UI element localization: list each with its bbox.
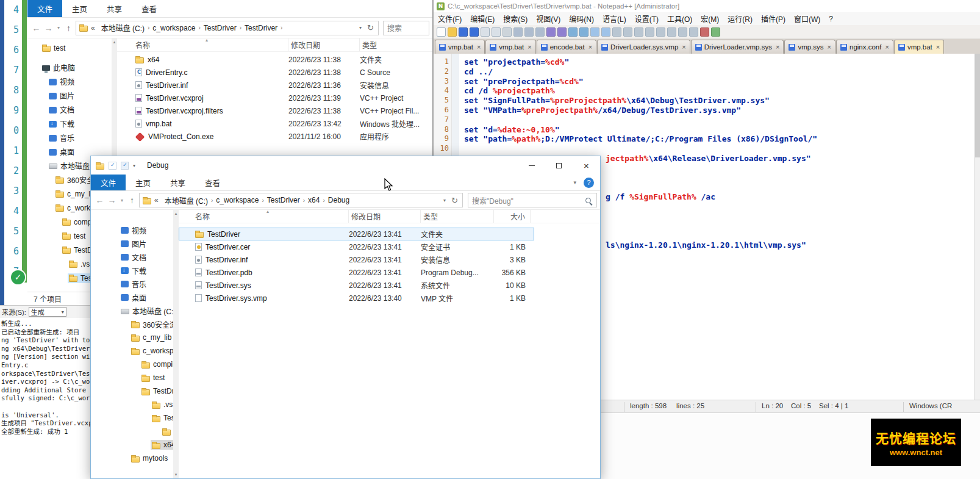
back-icon[interactable]: ← <box>94 195 106 205</box>
ribbon-tab-1[interactable]: 主页 <box>62 0 97 17</box>
sidebar-item[interactable]: test <box>27 41 112 55</box>
forward-icon[interactable]: → <box>106 195 118 205</box>
close-tab-icon[interactable]: × <box>528 43 531 51</box>
close-tab-icon[interactable]: × <box>477 43 481 51</box>
sidebar-item[interactable]: 文档 <box>27 103 112 117</box>
function-list-icon[interactable] <box>678 27 687 37</box>
ribbon-tab-3[interactable]: 查看 <box>195 175 230 190</box>
menu-item[interactable]: 设置(T) <box>631 13 663 24</box>
history-dropdown-icon[interactable]: ▾ <box>55 25 62 31</box>
sidebar-item[interactable]: c_workspace <box>91 344 173 358</box>
up-icon[interactable]: ↑ <box>63 23 74 33</box>
breadcrumb-item[interactable]: TestDriver <box>264 196 303 204</box>
quick-access-icon[interactable] <box>121 162 129 170</box>
breadcrumb-item[interactable]: 本地磁盘 (C:) <box>162 195 211 206</box>
sidebar-item[interactable]: 360安全浏览器 <box>91 317 173 331</box>
address-dropdown-icon[interactable]: ▾ <box>443 198 446 203</box>
close-icon[interactable] <box>481 27 490 37</box>
sidebar-scrollbar[interactable]: ▴ ▾ <box>173 210 179 478</box>
scroll-down-icon[interactable]: ▾ <box>175 472 177 477</box>
ribbon-tab-1[interactable]: 主页 <box>126 175 160 190</box>
sidebar-item[interactable]: 下载 <box>27 117 112 131</box>
sidebar-item[interactable]: test <box>91 371 173 384</box>
menu-item[interactable]: ? <box>824 15 837 23</box>
sidebar-item[interactable]: 视频 <box>91 223 173 237</box>
back-icon[interactable]: ← <box>30 23 42 33</box>
play-macro-icon[interactable] <box>711 27 720 37</box>
paste-icon[interactable] <box>535 27 545 37</box>
editor-scrollbar[interactable] <box>974 54 980 400</box>
menu-item[interactable]: 搜索(S) <box>499 13 532 24</box>
close-tab-icon[interactable]: × <box>682 43 685 51</box>
refresh-icon[interactable]: ↻ <box>367 23 374 32</box>
close-tab-icon[interactable]: × <box>776 43 779 51</box>
editor-tab[interactable]: vmp.sys× <box>784 40 835 54</box>
sidebar-item[interactable]: 桌面 <box>91 290 173 304</box>
scroll-up-icon[interactable]: ▴ <box>175 211 177 216</box>
undo-icon[interactable] <box>546 27 556 37</box>
menu-item[interactable]: 窗口(W) <box>790 13 824 24</box>
indent-guide-icon[interactable] <box>656 27 665 37</box>
editor-tab[interactable]: vmp.bat× <box>435 40 485 54</box>
menu-item[interactable]: 宏(M) <box>696 13 723 24</box>
sidebar-item[interactable]: 文档 <box>91 250 173 264</box>
sidebar-item[interactable]: 下载 <box>91 264 173 277</box>
breadcrumb-item[interactable]: x64 <box>305 196 323 204</box>
menu-item[interactable]: 插件(P) <box>757 13 790 24</box>
document-map-icon[interactable] <box>667 27 676 37</box>
quick-access-dropdown-icon[interactable]: ▾ <box>133 163 135 168</box>
word-wrap-icon[interactable] <box>634 27 643 37</box>
address-dropdown-icon[interactable]: ▾ <box>359 25 362 31</box>
new-file-icon[interactable] <box>437 27 446 37</box>
file-row[interactable]: TestDriver.sys2022/6/23 13:41系统文件10 KB <box>179 279 534 292</box>
close-all-icon[interactable] <box>492 27 501 37</box>
menu-item[interactable]: 视图(V) <box>532 13 565 24</box>
sidebar-item[interactable]: 音乐 <box>27 131 112 145</box>
address-box[interactable]: « 本地磁盘 (C:)›c_workspace›TestDriver›x64›D… <box>139 193 463 207</box>
breadcrumb-item[interactable]: TestDriver <box>241 24 281 32</box>
breadcrumb-item[interactable]: 本地磁盘 (C:) <box>98 23 148 33</box>
search-input[interactable]: 搜索"Debug" <box>468 193 597 207</box>
file-row[interactable]: vmp.bat2022/6/23 13:42Windows 批处理... <box>117 117 432 130</box>
column-header-name[interactable]: 名称 <box>179 210 349 223</box>
sidebar-item[interactable]: 视频 <box>27 74 112 88</box>
maximize-button[interactable] <box>545 156 573 175</box>
breadcrumb-item[interactable]: TestDriver <box>201 24 240 32</box>
show-all-characters-icon[interactable] <box>645 27 654 37</box>
file-row[interactable]: TestDriver.cer2022/6/23 13:41安全证书1 KB <box>179 240 534 253</box>
record-macro-icon[interactable] <box>700 27 709 37</box>
file-row[interactable]: DriverEntry.c2022/6/23 11:38C Source <box>117 66 432 79</box>
file-row[interactable]: x642022/6/23 11:38文件夹 <box>117 53 432 66</box>
sync-vertical-icon[interactable] <box>612 27 621 37</box>
menu-item[interactable]: 文件(F) <box>434 13 466 24</box>
file-row[interactable]: TestDriver2022/6/23 13:41文件夹 <box>179 228 534 240</box>
breadcrumb-item[interactable]: c_workspace <box>149 24 198 32</box>
quick-access-icon[interactable] <box>109 162 116 170</box>
editor-tab[interactable]: encode.bat× <box>537 40 596 54</box>
sidebar-item[interactable]: 此电脑 <box>27 60 112 74</box>
column-header-date[interactable]: 修改日期 <box>349 210 421 223</box>
breadcrumb-overflow-icon[interactable]: « <box>89 24 97 32</box>
file-row[interactable]: TestDriver.vcxproj2022/6/23 11:39VC++ Pr… <box>117 92 432 104</box>
menu-item[interactable]: 编码(N) <box>565 13 598 24</box>
editor-tab[interactable]: DriverLoader.sys.vmp× <box>597 40 690 54</box>
menu-item[interactable]: 编辑(E) <box>466 13 499 24</box>
search-icon[interactable] <box>585 198 591 203</box>
find-icon[interactable] <box>568 27 578 37</box>
editor-tab[interactable]: vmp.bat× <box>894 40 944 54</box>
ribbon-tab-3[interactable]: 查看 <box>132 0 166 17</box>
sidebar-item[interactable]: TestDriver <box>91 384 173 398</box>
column-header-date[interactable]: 修改日期 <box>288 38 360 51</box>
up-icon[interactable]: ↑ <box>126 195 138 205</box>
address-box[interactable]: « 本地磁盘 (C:)›c_workspace›TestDriver›TestD… <box>76 21 379 35</box>
sync-horizontal-icon[interactable] <box>623 27 632 37</box>
ribbon-tab-file[interactable]: 文件 <box>27 0 62 17</box>
close-tab-icon[interactable]: × <box>936 43 940 51</box>
breadcrumb-item[interactable]: c_workspace <box>213 196 262 204</box>
ribbon-tab-2[interactable]: 共享 <box>160 175 195 190</box>
breadcrumb-overflow-icon[interactable]: « <box>152 196 160 204</box>
menu-item[interactable]: 运行(R) <box>723 13 757 24</box>
menu-item[interactable]: 语言(L) <box>598 13 631 24</box>
sidebar-item[interactable]: 图片 <box>27 88 112 103</box>
close-tab-icon[interactable]: × <box>828 43 831 51</box>
